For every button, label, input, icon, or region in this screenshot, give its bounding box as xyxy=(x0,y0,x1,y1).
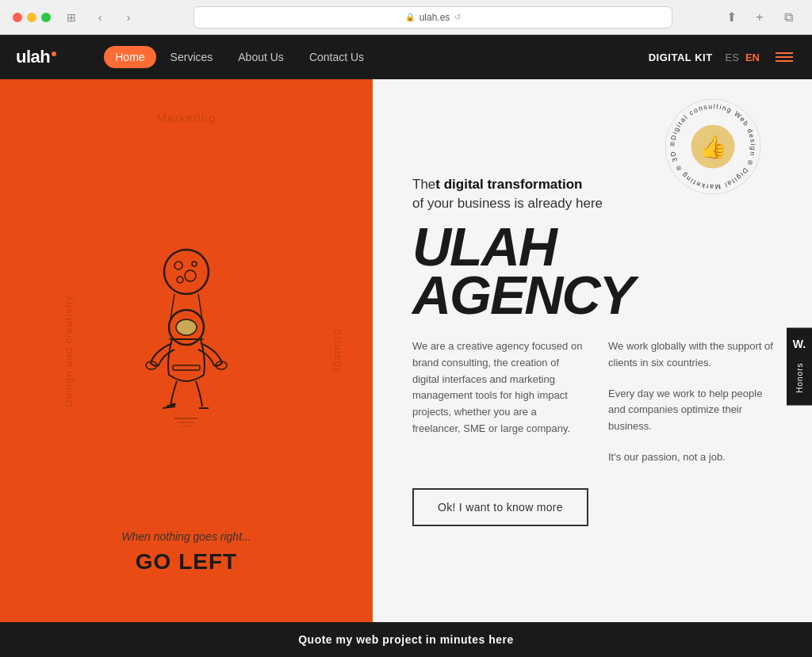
footer-bar[interactable]: Quote my web project in minutes here xyxy=(0,622,812,657)
svg-point-8 xyxy=(176,319,197,335)
nav-about[interactable]: About Us xyxy=(227,46,295,68)
thumbs-up-icon: 👍 xyxy=(691,125,735,169)
tab-overview-button[interactable]: ⧉ xyxy=(777,6,799,29)
tagline-normal: The xyxy=(412,177,435,192)
honors-badge: W. Honors xyxy=(787,327,812,405)
go-left-text: GO LEFT xyxy=(121,549,251,575)
honors-label: Honors xyxy=(795,359,804,395)
ham-line-1 xyxy=(776,52,793,54)
language-switcher: ES EN xyxy=(726,52,760,63)
tagline-text: When nothing goes right... xyxy=(121,530,251,543)
main-content: Marketing Design and creativity Strategy xyxy=(0,79,812,622)
ham-line-3 xyxy=(776,60,793,62)
traffic-lights xyxy=(13,13,51,22)
browser-titlebar: ⊞ ‹ › 🔒 ulah.es ↺ ⬆ + ⧉ xyxy=(0,0,812,35)
svg-point-2 xyxy=(185,270,196,281)
browser-nav-controls: ⊞ ‹ › xyxy=(60,6,140,29)
astronaut-svg xyxy=(115,248,258,438)
maximize-button[interactable] xyxy=(41,13,51,22)
window-grid-button[interactable]: ⊞ xyxy=(60,6,82,29)
digital-kit-link[interactable]: DIGITAL KIT xyxy=(649,52,713,63)
reload-icon: ↺ xyxy=(454,13,461,21)
svg-line-13 xyxy=(163,407,175,408)
logo[interactable]: ulah xyxy=(16,47,56,67)
svg-point-4 xyxy=(192,262,197,266)
cta-button[interactable]: Ok! I want to know more xyxy=(412,488,588,526)
marketing-label: Marketing xyxy=(157,111,216,124)
desc-right-3: It's our passion, not a job. xyxy=(608,449,780,466)
svg-rect-10 xyxy=(173,365,200,370)
lock-icon: 🔒 xyxy=(405,13,415,21)
lang-en[interactable]: EN xyxy=(745,52,760,63)
browser-actions: ⬆ + ⧉ xyxy=(720,6,799,29)
new-tab-button[interactable]: + xyxy=(749,6,771,29)
tagline-bold: t digital transformation xyxy=(435,177,582,192)
right-vertical-label: Strategy xyxy=(331,328,343,372)
hero-section: Thet digital transformation of your busi… xyxy=(412,175,780,526)
desc-right-1: We work globally with the support of cli… xyxy=(608,338,780,372)
svg-point-1 xyxy=(174,262,182,269)
circular-badge: ®Digital consulting Web design ® Digital… xyxy=(661,95,764,198)
astronaut-illustration xyxy=(107,240,266,446)
nav-links: Home Services About Us Contact Us xyxy=(104,46,649,68)
browser-window: ⊞ ‹ › 🔒 ulah.es ↺ ⬆ + ⧉ ulah Home Servic… xyxy=(0,0,812,657)
lang-es[interactable]: ES xyxy=(726,52,739,63)
hamburger-menu[interactable] xyxy=(772,49,796,65)
hero-title: ULAH AGENCY xyxy=(412,223,780,319)
address-bar[interactable]: 🔒 ulah.es ↺ xyxy=(193,6,672,29)
description-right: We work globally with the support of cli… xyxy=(608,338,780,466)
website: ulah Home Services About Us Contact Us D… xyxy=(0,35,812,657)
nav-contact[interactable]: Contact Us xyxy=(298,46,375,68)
url-display: ulah.es xyxy=(419,12,450,23)
logo-text: ulah xyxy=(16,47,50,67)
bottom-text: When nothing goes right... GO LEFT xyxy=(121,530,251,575)
ham-line-2 xyxy=(776,56,793,58)
left-panel: Marketing Design and creativity Strategy xyxy=(0,79,373,622)
tagline-line2: of your business is already here xyxy=(412,196,603,211)
nav-services[interactable]: Services xyxy=(159,46,224,68)
hero-line1: ULAH xyxy=(412,223,780,271)
logo-dot xyxy=(52,52,56,56)
description-grid: We are a creative agency focused on bran… xyxy=(412,338,780,466)
right-panel: ®Digital consulting Web design ® Digital… xyxy=(373,79,812,622)
nav-home[interactable]: Home xyxy=(104,46,155,68)
nav-right: DIGITAL KIT ES EN xyxy=(649,49,796,65)
honors-w: W. xyxy=(793,337,806,350)
description-left: We are a creative agency focused on bran… xyxy=(412,338,584,466)
forward-button[interactable]: › xyxy=(117,6,140,29)
left-vertical-label: Design and creativity xyxy=(63,295,75,407)
close-button[interactable] xyxy=(13,13,22,22)
desc-right-2: Every day we work to help people and com… xyxy=(608,386,780,435)
svg-point-3 xyxy=(177,277,183,283)
navbar: ulah Home Services About Us Contact Us D… xyxy=(0,35,812,79)
minimize-button[interactable] xyxy=(27,13,36,22)
back-button[interactable]: ‹ xyxy=(89,6,111,29)
hero-line2: AGENCY xyxy=(412,271,780,319)
footer-cta: Quote my web project in minutes here xyxy=(298,633,514,646)
share-button[interactable]: ⬆ xyxy=(720,6,742,29)
